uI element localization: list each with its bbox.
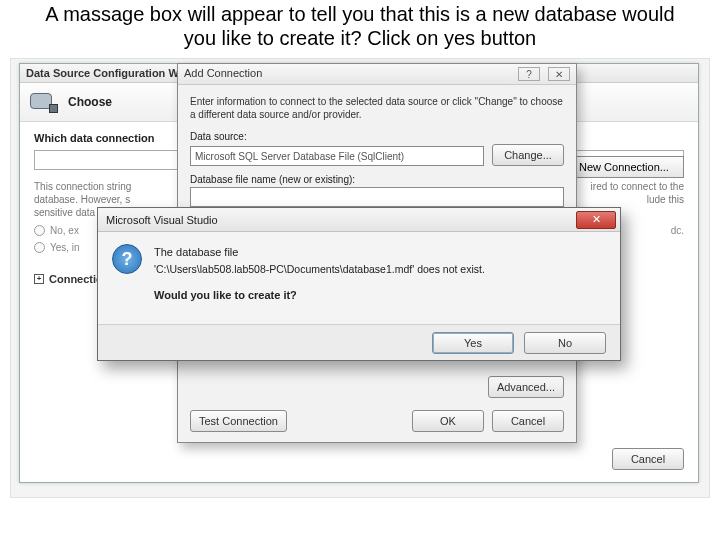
change-button[interactable]: Change... [492,144,564,166]
close-icon[interactable]: ✕ [548,67,570,81]
add-connection-titlebar[interactable]: Add Connection ? ✕ [178,64,576,85]
note-left: This connection string [34,181,131,192]
msg-ask: Would you like to create it? [154,287,485,304]
message-box-close-button[interactable]: ✕ [576,211,616,229]
no-button[interactable]: No [524,332,606,354]
message-box-button-bar: Yes No [98,324,620,360]
msg-line2: 'C:\Users\lab508.lab508-PC\Documents\dat… [154,262,485,278]
expander-label: Connectio [49,273,103,285]
note-right2: lude this [647,193,684,206]
message-box-title: Microsoft Visual Studio [106,214,218,226]
help-icon[interactable]: ? [518,67,540,81]
db-file-field[interactable] [190,187,564,207]
message-box-text: The database file 'C:\Users\lab508.lab50… [154,244,485,304]
question-icon: ? [112,244,142,274]
add-connection-desc: Enter information to connect to the sele… [190,95,564,121]
new-connection-button[interactable]: New Connection... [564,156,684,178]
message-box-titlebar[interactable]: Microsoft Visual Studio ✕ [98,208,620,232]
ok-button[interactable]: OK [412,410,484,432]
msg-line1: The database file [154,244,485,261]
radio-no-label: No, ex [50,225,79,236]
database-icon [30,91,58,113]
add-connection-title: Add Connection [184,67,262,81]
message-box-body: ? The database file 'C:\Users\lab508.lab… [98,232,620,316]
window-controls: ? ✕ [518,67,570,81]
slide-instruction: A massage box will appear to tell you th… [0,0,720,58]
message-box: Microsoft Visual Studio ✕ ? The database… [97,207,621,361]
note-line3: sensitive data [34,207,95,218]
wizard-button-bar: Cancel [612,448,684,470]
note-trail: dc. [671,225,684,236]
data-source-label: Data source: [190,131,564,142]
plus-icon: + [34,274,44,284]
note-line2: database. However, s [34,194,130,205]
wizard-heading: Choose [68,95,112,109]
note-right: ired to connect to the [591,180,684,193]
data-source-field: Microsoft SQL Server Database File (SqlC… [190,146,484,166]
add-connection-button-bar: OK Cancel [412,410,564,432]
radio-yes-label: Yes, in [50,242,80,253]
advanced-button[interactable]: Advanced... [488,376,564,398]
screenshot-canvas: Data Source Configuration Wizard Choose … [10,58,710,498]
radio-off-icon [34,225,45,236]
add-connection-body: Enter information to connect to the sele… [178,85,576,225]
cancel-button[interactable]: Cancel [492,410,564,432]
db-file-label: Database file name (new or existing): [190,174,564,185]
test-connection-button[interactable]: Test Connection [190,410,287,432]
wizard-cancel-button[interactable]: Cancel [612,448,684,470]
yes-button[interactable]: Yes [432,332,514,354]
radio-off-icon [34,242,45,253]
